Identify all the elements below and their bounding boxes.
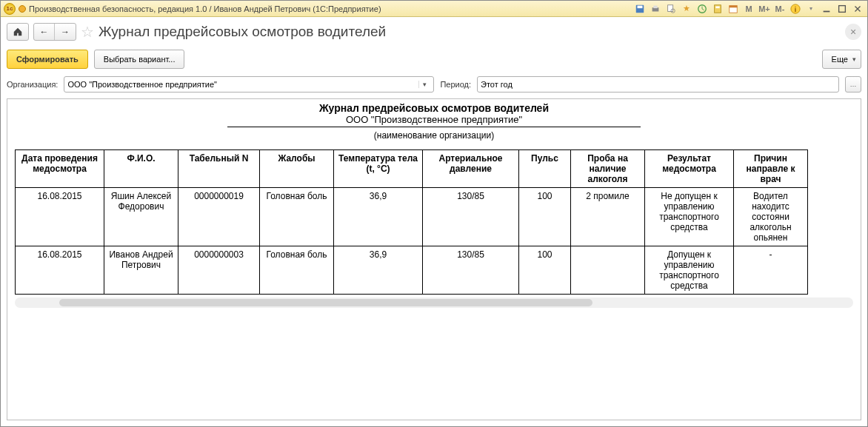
svg-rect-8 xyxy=(715,6,719,8)
header-row: ← → ☆ Журнал предрейсовых осмотров водит… xyxy=(7,23,861,41)
scrollbar-thumb[interactable] xyxy=(59,299,592,306)
table-cell: Водител находитс состояни алкогольн опья… xyxy=(734,188,808,246)
col-result: Результат медосмотра xyxy=(645,150,734,188)
col-reason: Причин направле к врач xyxy=(734,150,808,188)
form-button[interactable]: Сформировать xyxy=(7,50,88,69)
col-fio: Ф.И.О. xyxy=(104,150,178,188)
org-value: ООО "Производственное предприятие" xyxy=(67,80,415,89)
table-cell: 2 промиле xyxy=(571,188,645,246)
table-row: 16.08.2015Иванов Андрей Петрович00000000… xyxy=(16,246,808,295)
forward-button[interactable]: → xyxy=(55,24,76,40)
m-plus-icon[interactable]: M+ xyxy=(758,3,771,15)
home-button[interactable] xyxy=(7,23,29,41)
report-org: ООО "Производственное предприятие" xyxy=(346,112,522,127)
calculator-icon[interactable] xyxy=(711,3,724,15)
preview-icon[interactable] xyxy=(664,3,678,15)
horizontal-scrollbar[interactable] xyxy=(15,297,853,308)
maximize-icon[interactable] xyxy=(835,3,849,15)
table-cell: Яшин Алексей Федорович xyxy=(104,188,178,246)
select-variant-button[interactable]: Выбрать вариант... xyxy=(94,50,185,69)
back-button[interactable]: ← xyxy=(34,24,55,40)
col-pulse: Пульс xyxy=(519,150,571,188)
table-cell: - xyxy=(734,246,808,295)
org-combo[interactable]: ООО "Производственное предприятие" ▾ xyxy=(64,76,434,93)
table-cell: 130/85 xyxy=(423,246,519,295)
close-icon[interactable] xyxy=(851,3,864,15)
m-minus-icon[interactable]: M- xyxy=(773,3,787,15)
table-cell: Иванов Андрей Петрович xyxy=(104,246,178,295)
svg-rect-13 xyxy=(824,10,830,12)
info-dropdown-icon[interactable]: ▾ xyxy=(804,3,818,15)
table-cell xyxy=(571,246,645,295)
table-cell: Не допущен к управлению транспортного ср… xyxy=(645,188,734,246)
table-cell: 130/85 xyxy=(423,188,519,246)
titlebar-tools: ★ M M+ M- i ▾ xyxy=(633,3,864,15)
report-header: Журнал предрейсовых осмотров водителей О… xyxy=(7,102,861,149)
print-icon[interactable] xyxy=(649,3,662,15)
body: ← → ☆ Журнал предрейсовых осмотров водит… xyxy=(1,17,867,426)
table-cell: 100 xyxy=(519,246,571,295)
table-cell: 36,9 xyxy=(334,246,423,295)
table-cell: 16.08.2015 xyxy=(16,246,104,295)
table-cell: Головная боль xyxy=(260,246,334,295)
col-alco: Проба на наличие алкоголя xyxy=(571,150,645,188)
info-icon[interactable]: i xyxy=(789,3,802,15)
table-cell: Допущен к управлению транспортного средс… xyxy=(645,246,734,295)
save-icon[interactable] xyxy=(633,3,647,15)
table-header-row: Дата проведения медосмотра Ф.И.О. Табель… xyxy=(16,150,808,188)
table-cell: 100 xyxy=(519,188,571,246)
col-complaints: Жалобы xyxy=(260,150,334,188)
svg-rect-4 xyxy=(668,4,673,11)
history-icon[interactable] xyxy=(695,3,709,15)
svg-rect-7 xyxy=(715,4,721,13)
table-cell: Головная боль xyxy=(260,188,334,246)
page-title: Журнал предрейсовых осмотров водителей xyxy=(99,24,386,40)
page-close-button[interactable]: × xyxy=(845,24,861,40)
table-cell: 16.08.2015 xyxy=(16,188,104,246)
report-area: Журнал предрейсовых осмотров водителей О… xyxy=(7,98,861,420)
titlebar: 1c Производственная безопасность, редакц… xyxy=(1,1,867,17)
table-row: 16.08.2015Яшин Алексей Федорович00000000… xyxy=(16,188,808,246)
app-window: 1c Производственная безопасность, редакц… xyxy=(0,0,868,427)
period-label: Период: xyxy=(440,80,471,89)
col-pressure: Артериальное давление xyxy=(423,150,519,188)
report-subcaption: (наименование организации) xyxy=(7,127,861,149)
table-cell: 0000000019 xyxy=(178,188,260,246)
table-cell: 36,9 xyxy=(334,188,423,246)
svg-rect-10 xyxy=(730,5,738,7)
svg-rect-3 xyxy=(653,5,657,8)
minimize-icon[interactable] xyxy=(820,3,833,15)
col-date: Дата проведения медосмотра xyxy=(16,150,104,188)
org-label: Организация: xyxy=(7,80,58,89)
star-icon[interactable]: ☆ xyxy=(81,23,94,41)
period-select-button[interactable]: … xyxy=(845,76,861,93)
nav-back-forward: ← → xyxy=(33,23,76,41)
app-dot-icon xyxy=(19,5,26,13)
more-button[interactable]: Еще xyxy=(822,50,861,69)
app-icon: 1c xyxy=(4,3,16,15)
m-icon[interactable]: M xyxy=(742,3,755,15)
svg-rect-1 xyxy=(638,5,643,8)
window-title: Производственная безопасность, редакция … xyxy=(29,4,381,13)
col-tabn: Табельный N xyxy=(178,150,260,188)
chevron-down-icon[interactable]: ▾ xyxy=(418,81,430,88)
col-temp: Температура тела (t, °C) xyxy=(334,150,423,188)
toolbar: Сформировать Выбрать вариант... Еще xyxy=(7,50,861,69)
period-value: Этот год xyxy=(481,80,835,89)
period-combo[interactable]: Этот год xyxy=(477,76,839,93)
calendar-icon[interactable] xyxy=(727,3,740,15)
favorite-icon[interactable]: ★ xyxy=(680,3,693,15)
report-table: Дата проведения медосмотра Ф.И.О. Табель… xyxy=(15,149,808,295)
svg-rect-14 xyxy=(839,5,846,12)
filters-row: Организация: ООО "Производственное предп… xyxy=(7,76,861,93)
table-cell: 0000000003 xyxy=(178,246,260,295)
svg-text:i: i xyxy=(795,5,796,13)
